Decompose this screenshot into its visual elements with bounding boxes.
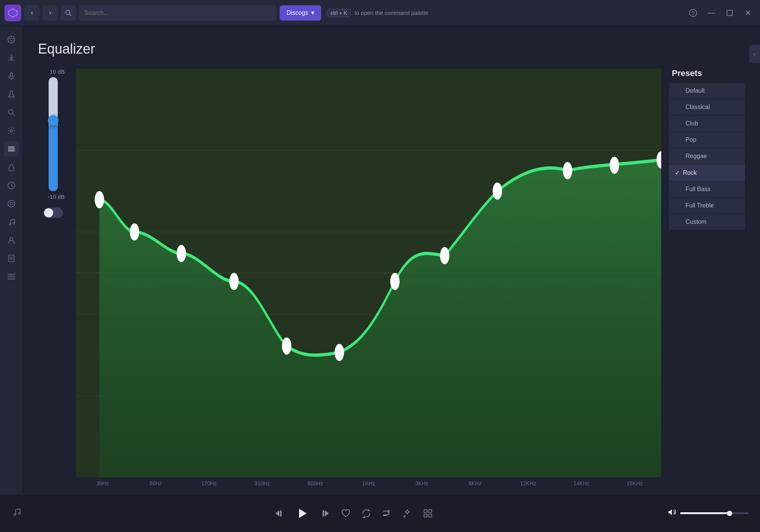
preset-item-custom[interactable]: Custom xyxy=(669,214,745,230)
freq-label-6khz: 6KHz xyxy=(448,480,502,486)
play-button[interactable] xyxy=(295,507,309,520)
sidebar-item-document[interactable] xyxy=(4,251,19,266)
svg-marker-47 xyxy=(276,510,279,516)
preset-label-pop: Pop xyxy=(686,136,696,143)
preset-label-club: Club xyxy=(686,120,698,127)
eq-toggle-wrap xyxy=(43,207,63,218)
svg-point-8 xyxy=(9,38,10,40)
topbar: ‹ › Discogs ▾ ctrl + K to open the comma… xyxy=(0,0,760,26)
svg-point-38 xyxy=(335,344,344,361)
svg-text:?: ? xyxy=(692,10,694,16)
gain-slider-thumb[interactable] xyxy=(48,115,59,126)
sidebar-item-history[interactable] xyxy=(4,178,19,193)
svg-rect-52 xyxy=(424,510,427,513)
volume-thumb[interactable] xyxy=(727,511,732,516)
svg-rect-53 xyxy=(429,510,432,513)
magic-button[interactable] xyxy=(402,508,412,518)
svg-point-34 xyxy=(130,223,139,241)
freq-label-170hz: 170Hz xyxy=(182,480,236,486)
forward-button[interactable]: › xyxy=(43,5,58,21)
source-chevron-icon: ▾ xyxy=(311,9,314,16)
preset-item-full-bass[interactable]: Full Bass xyxy=(669,181,745,198)
svg-point-36 xyxy=(229,273,239,290)
sidebar-item-palette[interactable] xyxy=(4,32,19,47)
preset-label-default: Default xyxy=(686,87,705,94)
gain-slider-track[interactable] xyxy=(49,77,58,191)
svg-point-33 xyxy=(95,191,104,208)
source-selector[interactable]: Discogs ▾ xyxy=(280,5,321,21)
eq-chart[interactable] xyxy=(76,68,661,477)
playback-controls xyxy=(57,507,650,520)
svg-point-10 xyxy=(12,38,13,40)
skip-forward-button[interactable] xyxy=(320,508,330,519)
eq-settings-button[interactable] xyxy=(423,508,433,518)
kbd-hint-text: to open the command palette xyxy=(355,10,428,16)
frequency-labels: 30Hz 60Hz 170Hz 310Hz 600Hz 1KHz 3KHz 6K… xyxy=(76,477,661,486)
preset-item-pop[interactable]: Pop xyxy=(669,132,745,148)
svg-rect-55 xyxy=(429,514,432,517)
sidebar-item-mic[interactable] xyxy=(4,68,19,84)
search-bar xyxy=(79,5,277,21)
preset-check-rock: ✓ xyxy=(675,169,680,176)
repeat-button[interactable] xyxy=(361,508,371,518)
sidebar-item-download[interactable] xyxy=(4,50,19,65)
svg-point-45 xyxy=(14,514,16,516)
svg-rect-6 xyxy=(727,10,732,16)
back-button[interactable]: ‹ xyxy=(24,5,40,21)
sidebar xyxy=(0,26,23,494)
eq-enable-toggle[interactable] xyxy=(43,207,63,218)
preset-item-default[interactable]: Default xyxy=(669,83,745,99)
shuffle-button[interactable] xyxy=(382,508,392,518)
close-button[interactable]: ✕ xyxy=(740,5,755,21)
presets-list: Default Classical Club Pop xyxy=(669,83,745,230)
svg-rect-48 xyxy=(280,510,282,516)
svg-point-37 xyxy=(282,337,291,355)
search-button[interactable] xyxy=(61,5,76,21)
skip-back-button[interactable] xyxy=(274,508,285,519)
preset-item-rock[interactable]: ✓ Rock xyxy=(669,165,745,181)
svg-line-15 xyxy=(13,114,14,116)
volume-fill xyxy=(680,512,730,514)
preset-label-full-treble: Full Treble xyxy=(686,202,714,209)
volume-track[interactable] xyxy=(680,512,749,514)
db-bottom-label: -10 dB xyxy=(48,193,65,200)
kbd-combo: ctrl + K xyxy=(327,9,351,17)
svg-line-3 xyxy=(70,14,71,16)
preset-item-club[interactable]: Club xyxy=(669,116,745,132)
help-button[interactable]: ? xyxy=(686,5,701,21)
eq-gain-slider-area: 10 dB -10 dB xyxy=(38,68,68,486)
sidebar-item-user[interactable] xyxy=(4,233,19,248)
svg-point-16 xyxy=(10,130,13,132)
preset-item-reggae[interactable]: Reggae xyxy=(669,148,745,165)
sidebar-item-settings[interactable] xyxy=(4,123,19,138)
sidebar-item-drop[interactable] xyxy=(4,160,19,175)
right-panel-toggle[interactable]: ‹ xyxy=(749,45,760,63)
svg-point-7 xyxy=(8,36,15,43)
sidebar-item-music[interactable] xyxy=(4,214,19,230)
svg-point-46 xyxy=(19,513,21,515)
svg-point-39 xyxy=(390,273,400,290)
now-playing-note-icon xyxy=(11,507,22,520)
eq-toggle-knob xyxy=(44,208,53,217)
svg-rect-54 xyxy=(424,514,427,517)
equalizer-area: 10 dB -10 dB xyxy=(38,68,745,486)
gain-slider-fill xyxy=(49,123,58,191)
freq-label-12khz: 12KHz xyxy=(502,480,555,486)
preset-item-classical[interactable]: Classical xyxy=(669,99,745,116)
preset-item-full-treble[interactable]: Full Treble xyxy=(669,198,745,214)
volume-icon xyxy=(667,508,676,519)
search-input[interactable] xyxy=(84,10,271,16)
sidebar-item-list[interactable] xyxy=(4,141,19,157)
sidebar-item-flask[interactable] xyxy=(4,87,19,102)
page-title: Equalizer xyxy=(38,41,745,57)
sidebar-item-search[interactable] xyxy=(4,105,19,120)
sidebar-item-lines[interactable] xyxy=(4,269,19,284)
svg-point-42 xyxy=(563,162,572,179)
sidebar-item-circle[interactable] xyxy=(4,196,19,211)
heart-button[interactable] xyxy=(341,508,351,518)
maximize-button[interactable] xyxy=(722,5,737,21)
main-area: Equalizer 10 dB -10 dB xyxy=(0,26,760,494)
minimize-button[interactable]: — xyxy=(704,5,719,21)
svg-point-22 xyxy=(10,202,13,205)
svg-point-25 xyxy=(10,238,13,241)
